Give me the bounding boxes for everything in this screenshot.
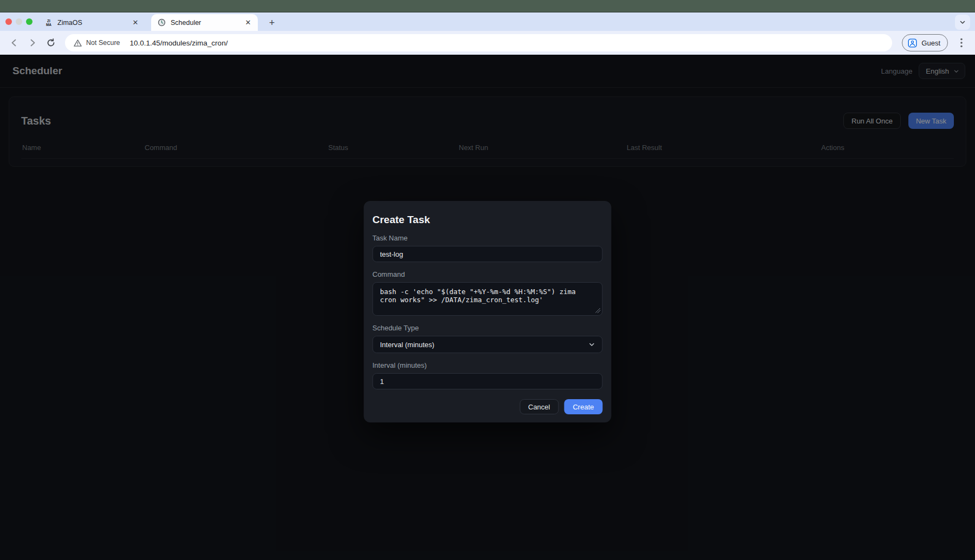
back-button[interactable] <box>6 35 22 50</box>
minimize-window-button[interactable] <box>16 18 22 25</box>
desktop-menubar-strip <box>0 0 975 12</box>
guest-profile-button[interactable]: Guest <box>902 34 948 51</box>
not-secure-warning-icon <box>74 39 82 47</box>
scheduler-favicon-icon <box>158 18 166 27</box>
tab-title: Scheduler <box>171 19 239 27</box>
cancel-button[interactable]: Cancel <box>519 399 558 414</box>
tab-zimaos[interactable]: ZI MA ZimaOS ✕ <box>38 14 145 31</box>
tab-scheduler[interactable]: Scheduler ✕ <box>151 14 258 31</box>
task-name-input[interactable] <box>373 246 603 262</box>
resize-handle[interactable] <box>596 308 601 313</box>
chevron-down-icon <box>589 341 595 348</box>
close-tab-icon[interactable]: ✕ <box>244 18 252 27</box>
svg-text:ZI: ZI <box>47 19 50 23</box>
browser-toolbar: Not Secure 10.0.1.45/modules/zima_cron/ … <box>0 31 975 55</box>
zimaos-favicon-icon: ZI MA <box>44 18 53 27</box>
close-window-button[interactable] <box>5 18 12 25</box>
modal-title: Create Task <box>373 214 603 226</box>
guest-avatar-icon <box>907 38 918 48</box>
tab-search-button[interactable] <box>955 15 970 30</box>
address-bar[interactable]: Not Secure 10.0.1.45/modules/zima_cron/ <box>65 34 892 51</box>
tab-title: ZimaOS <box>57 19 127 27</box>
browser-tab-bar: ZI MA ZimaOS ✕ Scheduler ✕ + <box>0 12 975 31</box>
kebab-icon <box>960 38 963 48</box>
command-textarea[interactable]: bash -c 'echo "$(date "+%Y-%m-%d %H:%M:%… <box>373 282 603 316</box>
create-button[interactable]: Create <box>564 399 602 414</box>
svg-text:MA: MA <box>46 23 51 27</box>
new-tab-button[interactable]: + <box>265 16 279 30</box>
schedule-type-select[interactable]: Interval (minutes) <box>373 336 603 353</box>
create-task-modal: Create Task Task Name Command bash -c 'e… <box>364 201 612 422</box>
schedule-type-value: Interval (minutes) <box>380 341 434 349</box>
scheduler-page: Scheduler Language English Tasks Run All… <box>0 55 975 560</box>
schedule-type-label: Schedule Type <box>373 324 603 332</box>
close-tab-icon[interactable]: ✕ <box>131 18 140 27</box>
zoom-window-button[interactable] <box>26 18 32 25</box>
interval-input[interactable] <box>373 373 603 389</box>
guest-label: Guest <box>921 39 940 47</box>
interval-label: Interval (minutes) <box>373 361 603 369</box>
url-text[interactable]: 10.0.1.45/modules/zima_cron/ <box>130 39 228 47</box>
task-name-label: Task Name <box>373 234 603 242</box>
security-status-label[interactable]: Not Secure <box>86 39 126 47</box>
chevron-down-icon <box>959 19 966 25</box>
command-label: Command <box>373 270 603 278</box>
browser-menu-button[interactable] <box>954 36 968 50</box>
screen: ZI MA ZimaOS ✕ Scheduler ✕ + <box>0 0 975 560</box>
reload-button[interactable] <box>43 35 58 50</box>
forward-button[interactable] <box>25 35 40 50</box>
window-controls <box>5 12 32 31</box>
